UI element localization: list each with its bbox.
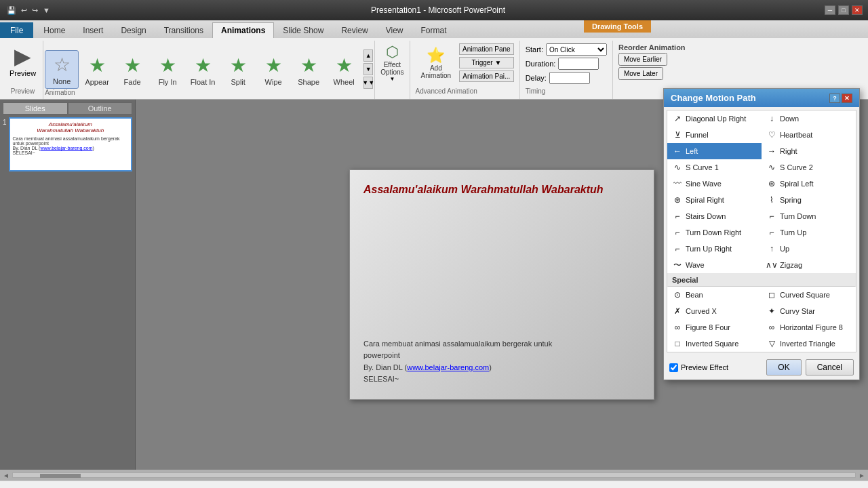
minimize-button[interactable]: ─ [825,5,835,15]
slide-body-line1: Cara membuat animasi assalamualaikum ber… [363,340,552,348]
anim-flyin-label: Fly In [159,78,177,86]
dialog-item-diagonal-up-right[interactable]: ↗ Diagonal Up Right [667,110,762,127]
tab-home[interactable]: Home [35,22,74,38]
undo-icon[interactable]: ↩ [20,6,28,15]
anim-wheel-button[interactable]: ★ Wheel [327,52,361,89]
dialog-item-heartbeat[interactable]: ♡ Heartbeat [762,127,856,143]
tab-slides[interactable]: Slides [3,102,68,115]
tab-review[interactable]: Review [332,22,376,38]
effect-options-button[interactable]: ⬡ Effect Options ▼ [375,41,410,99]
dialog-item-curvystar[interactable]: ✦ Curvy Star [762,303,856,319]
scroll-track[interactable] [12,472,856,478]
animation-pane-button[interactable]: Animation Pane [459,43,514,55]
dialog-item-funnel[interactable]: ⊻ Funnel [667,127,762,143]
tab-animations[interactable]: Animations [212,22,274,38]
cancel-button[interactable]: Cancel [806,359,854,375]
tab-transitions[interactable]: Transitions [155,22,212,38]
special-label: Special [672,276,698,284]
dialog-item-right[interactable]: → Right [762,143,856,159]
dialog-close-button[interactable]: ✕ [842,94,852,103]
anim-none-label: None [53,77,71,85]
dialog-help-button[interactable]: ? [829,94,840,103]
dialog-item-wave-left[interactable]: 〜 Wave [667,257,762,273]
anim-split-button[interactable]: ★ Split [221,52,255,89]
dialog-item-bean[interactable]: ⊙ Bean [667,287,762,303]
shape-star-icon: ★ [300,54,317,77]
turndownright-icon: ⌐ [672,227,683,238]
preview-effect-checkbox[interactable] [669,363,678,372]
animation-items: ☆ None ★ Appear ★ Fade ★ Fly In ★ Floa [45,42,373,89]
tab-file[interactable]: File [0,22,33,38]
turnupright-icon: ⌐ [672,243,683,254]
slide-view[interactable]: Assalamu'alaikum Warahmatullah Wabaraktu… [349,169,654,400]
dialog-item-turnup[interactable]: ⌐ Turn Up [762,224,856,241]
slide-thumbnail[interactable]: Assalamu'alaikumWarahmatullah Wabaraktuh… [9,117,132,171]
anim-wipe-button[interactable]: ★ Wipe [256,52,290,89]
start-select[interactable]: On Click [546,43,607,56]
right-label: Right [780,147,797,155]
dialog-item-sinewave[interactable]: 〰 Sine Wave [667,176,762,192]
dialog-item-zigzag[interactable]: ∧∨ Zigzag [762,257,856,273]
dialog-item-curvedsquare[interactable]: ◻ Curved Square [762,287,856,303]
scroll-more-button[interactable]: ▼▼ [363,77,373,89]
ok-button[interactable]: OK [766,359,801,375]
scroll-up-button[interactable]: ▲ [363,49,373,62]
dialog-item-turndown[interactable]: ⌐ Turn Down [762,208,856,224]
dialog-item-invertedsquare[interactable]: □ Inverted Square [667,336,762,352]
tab-view[interactable]: View [377,22,412,38]
dialog-item-spring[interactable]: ⌇ Spring [762,192,856,208]
move-later-button[interactable]: Move Later [618,67,663,80]
restore-button[interactable]: □ [838,5,849,15]
delay-input[interactable] [549,72,590,84]
anim-shape-button[interactable]: ★ Shape [292,52,326,89]
dialog-item-scurve1[interactable]: ∿ S Curve 1 [667,159,762,176]
move-earlier-button[interactable]: Move Earlier [618,53,667,66]
scroll-thumb[interactable] [40,474,81,478]
dialog-item-left[interactable]: ← Left [667,143,762,159]
anim-floatin-button[interactable]: ★ Float In [186,52,220,89]
anim-floatin-label: Float In [191,78,216,86]
scroll-down-button[interactable]: ▼ [363,63,373,75]
save-icon[interactable]: 💾 [5,6,18,15]
preview-effect-label: Preview Effect [681,363,728,371]
dialog-item-invertedtriangle[interactable]: ▽ Inverted Triangle [762,336,856,352]
add-animation-button[interactable]: ⭐ Add Animation [416,44,456,82]
dialog-item-hfigure8[interactable]: ∞ Horizontal Figure 8 [762,319,856,336]
dialog-item-turndownright[interactable]: ⌐ Turn Down Right [667,224,762,241]
dialog-item-stairsdown[interactable]: ⌐ Stairs Down [667,208,762,224]
animation-painter-button[interactable]: Animation Pai... [459,70,514,82]
dialog-item-spiralleft[interactable]: ⊛ Spiral Left [762,176,856,192]
horizontal-scrollbar[interactable]: ◄ ► [0,470,868,481]
tab-outline[interactable]: Outline [68,102,133,115]
zigzag-label: Zigzag [780,261,802,269]
dialog-item-curvedx[interactable]: ✗ Curved X [667,303,762,319]
redo-icon[interactable]: ↪ [31,6,39,15]
anim-fade-label: Fade [124,78,141,86]
anim-none-button[interactable]: ☆ None [45,50,79,89]
dialog-item-turnupright[interactable]: ⌐ Turn Up Right [667,241,762,257]
diagonal-up-right-label: Diagonal Up Right [686,115,746,123]
customize-icon[interactable]: ▼ [41,6,52,14]
duration-input[interactable] [558,58,599,70]
tab-insert[interactable]: Insert [74,22,112,38]
dialog-item-figure8four[interactable]: ∞ Figure 8 Four [667,319,762,336]
trigger-button[interactable]: Trigger ▼ [459,57,514,68]
anim-flyin-button[interactable]: ★ Fly In [151,52,184,89]
slide-link[interactable]: www.belajar-bareng.com [407,363,489,371]
dialog-item-down[interactable]: ↓ Down [762,110,856,127]
drawing-tools-tab[interactable]: Drawing Tools [584,20,651,33]
anim-fade-button[interactable]: ★ Fade [115,52,149,89]
slide-body-line5: SELESAI~ [363,375,399,383]
dialog-item-up[interactable]: ↑ Up [762,241,856,257]
anim-appear-button[interactable]: ★ Appear [80,52,114,89]
dialog-item-scurve2[interactable]: ∿ S Curve 2 [762,159,856,176]
tab-format[interactable]: Format [412,22,456,38]
tab-slideshow[interactable]: Slide Show [274,22,332,38]
close-button[interactable]: ✕ [852,5,863,15]
dialog-item-spiralright[interactable]: ⊛ Spiral Right [667,192,762,208]
scroll-left-arrow[interactable]: ◄ [0,472,12,479]
tab-design[interactable]: Design [112,22,155,38]
preview-effect-checkbox-group: Preview Effect [669,363,728,372]
scroll-right-arrow[interactable]: ► [856,472,868,479]
wave-left-icon: 〜 [672,260,683,270]
